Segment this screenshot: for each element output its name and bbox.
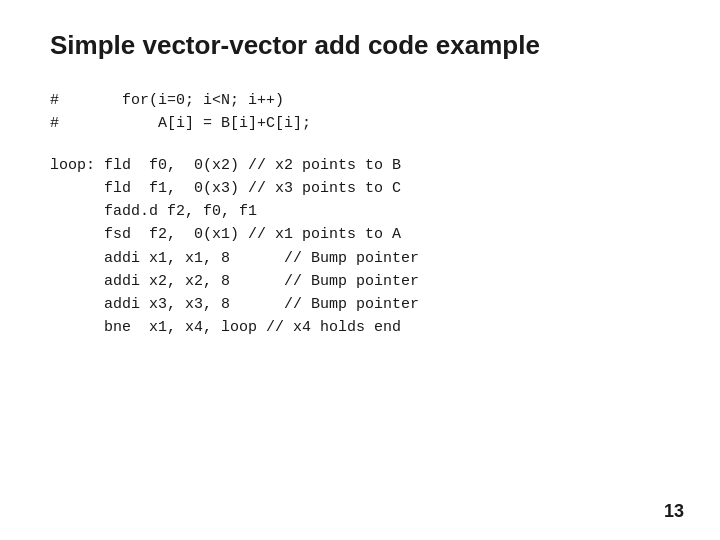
code-line-1-2: # A[i] = B[i]+C[i]; bbox=[50, 112, 670, 135]
code-section-2: loop: fld f0, 0(x2) // x2 points to B fl… bbox=[50, 154, 670, 340]
code-line-2-4: fsd f2, 0(x1) // x1 points to A bbox=[50, 223, 670, 246]
code-line-2-3: fadd.d f2, f0, f1 bbox=[50, 200, 670, 223]
page-number: 13 bbox=[664, 501, 684, 522]
code-line-2-5: addi x1, x1, 8 // Bump pointer bbox=[50, 247, 670, 270]
code-line-2-8: bne x1, x4, loop // x4 holds end bbox=[50, 316, 670, 339]
code-section-1: # for(i=0; i<N; i++) # A[i] = B[i]+C[i]; bbox=[50, 89, 670, 136]
code-line-2-2: fld f1, 0(x3) // x3 points to C bbox=[50, 177, 670, 200]
code-block: # for(i=0; i<N; i++) # A[i] = B[i]+C[i];… bbox=[50, 89, 670, 340]
code-line-1-1: # for(i=0; i<N; i++) bbox=[50, 89, 670, 112]
code-line-2-6: addi x2, x2, 8 // Bump pointer bbox=[50, 270, 670, 293]
slide-title: Simple vector-vector add code example bbox=[50, 30, 670, 61]
code-line-2-1: loop: fld f0, 0(x2) // x2 points to B bbox=[50, 154, 670, 177]
code-line-2-7: addi x3, x3, 8 // Bump pointer bbox=[50, 293, 670, 316]
slide: Simple vector-vector add code example # … bbox=[0, 0, 720, 540]
